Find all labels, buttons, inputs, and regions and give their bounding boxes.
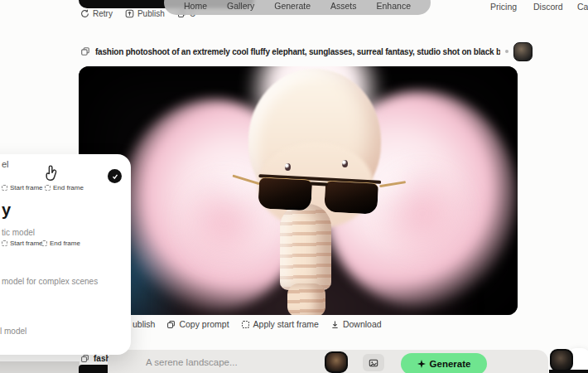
app-window: Retry Publish C Home Gallery Generate As… xyxy=(0,0,588,373)
main-nav: Home Gallery Generate Assets Enhance xyxy=(164,0,431,15)
nav-assets[interactable]: Assets xyxy=(330,0,357,12)
sunglasses-bridge xyxy=(310,182,328,186)
retry-button[interactable]: Retry xyxy=(80,9,113,18)
model-option-description-fragment[interactable]: l model xyxy=(0,327,27,336)
frame-icon xyxy=(2,240,7,246)
start-frame-chip[interactable]: Start frame xyxy=(2,240,43,247)
publish-label: Publish xyxy=(137,9,165,18)
generated-video[interactable] xyxy=(79,66,518,315)
publish-action-label-fragment: ublish xyxy=(133,319,155,329)
apply-start-frame-label: Apply start frame xyxy=(253,319,319,329)
nav-home[interactable]: Home xyxy=(184,0,207,12)
retry-icon xyxy=(80,9,89,18)
next-video-thumbnail-edge[interactable] xyxy=(79,365,110,373)
selected-model-name-fragment: el xyxy=(2,159,9,169)
selected-check-badge xyxy=(108,169,122,183)
frame-icon xyxy=(41,240,47,246)
publish-button[interactable]: Publish xyxy=(125,9,165,18)
prompt-row: fashion photoshoot of an extremely cool … xyxy=(80,41,533,61)
bottom-left-strip xyxy=(0,361,80,373)
elephant-right-eye xyxy=(342,160,348,167)
generate-bar: Generate xyxy=(108,350,548,373)
model-option-title-fragment[interactable]: y xyxy=(2,201,11,220)
download-label: Download xyxy=(343,319,382,329)
reference-image-thumbnail[interactable] xyxy=(325,351,348,373)
video-actions: ublish Copy prompt Apply start frame Dow… xyxy=(133,319,382,329)
sunglasses-right-lens xyxy=(324,180,378,214)
nav-discord[interactable]: Discord xyxy=(533,2,563,12)
elephant-trunk-tip xyxy=(287,283,325,315)
elephant-right-ear-inner xyxy=(373,153,472,274)
prompt-copy-icon[interactable] xyxy=(80,46,90,56)
retry-label: Retry xyxy=(93,9,113,18)
start-frame-chip[interactable]: Start frame xyxy=(2,184,43,191)
elephant-left-ear-inner xyxy=(178,162,269,282)
next-prompt-copy-icon xyxy=(80,354,89,363)
prompt-text: fashion photoshoot of an extremely cool … xyxy=(95,47,500,56)
elephant-left-eye xyxy=(285,163,291,171)
bottom-right-thumbnail[interactable] xyxy=(550,349,573,371)
nav-gallery[interactable]: Gallery xyxy=(227,0,254,12)
generate-label: Generate xyxy=(430,359,471,369)
sunglasses-left-lens xyxy=(258,177,312,211)
model-option-description-fragment[interactable]: model for complex scenes xyxy=(2,277,98,286)
nav-generate[interactable]: Generate xyxy=(274,0,311,12)
check-icon xyxy=(111,172,119,181)
end-frame-chip[interactable]: End frame xyxy=(41,240,80,247)
copy-prompt-label: Copy prompt xyxy=(179,319,229,329)
image-icon xyxy=(369,358,378,368)
prompt-separator-dot xyxy=(505,50,508,53)
nav-pricing[interactable]: Pricing xyxy=(490,2,517,12)
bottom-right-video-edge xyxy=(549,370,588,373)
end-frame-chip-label: End frame xyxy=(50,240,80,247)
start-frame-chip-label: Start frame xyxy=(10,240,43,247)
sunglasses xyxy=(255,174,383,224)
next-prompt-row-truncated[interactable]: fash xyxy=(80,354,111,363)
add-image-button[interactable] xyxy=(363,354,384,371)
hand-cursor-icon xyxy=(43,164,61,187)
prompt-input[interactable] xyxy=(146,355,311,370)
creator-avatar[interactable] xyxy=(513,42,533,61)
model-select-panel: el Start frame End frame y tic model Sta… xyxy=(0,154,131,355)
download-icon xyxy=(330,320,340,329)
sparkle-icon xyxy=(417,360,426,368)
model-option-subtitle-fragment: tic model xyxy=(2,228,35,237)
download-button[interactable]: Download xyxy=(330,319,382,329)
nav-right-truncated[interactable]: Ca xyxy=(577,2,588,12)
frame-icon xyxy=(2,185,7,191)
copy-prompt-icon xyxy=(166,320,176,329)
copy-prompt-button[interactable]: Copy prompt xyxy=(166,319,229,329)
publish-action-truncated[interactable]: ublish xyxy=(133,319,155,329)
nav-enhance[interactable]: Enhance xyxy=(377,0,411,12)
start-frame-chip-label: Start frame xyxy=(10,184,43,191)
apply-start-frame-button[interactable]: Apply start frame xyxy=(241,319,319,329)
apply-start-frame-icon xyxy=(241,320,250,329)
generate-button[interactable]: Generate xyxy=(401,353,487,373)
publish-icon xyxy=(125,9,134,18)
